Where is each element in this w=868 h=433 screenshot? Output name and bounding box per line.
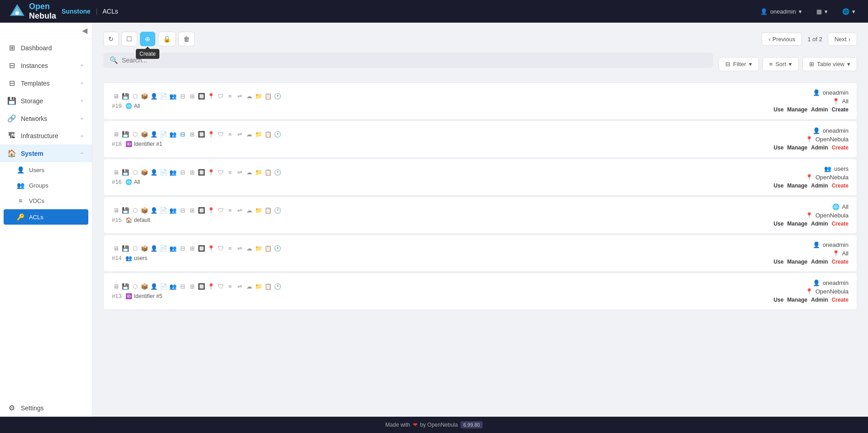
sidebar-label-dashboard: Dashboard bbox=[21, 44, 85, 52]
doc-icon: 📄 bbox=[159, 131, 168, 138]
list-icon: ≡ bbox=[226, 93, 234, 100]
view-controls: ⊟ Filter ▾ ≡ Sort ▾ ⊞ Table view ▾ bbox=[719, 57, 857, 71]
grid-icon2: ⊞ bbox=[188, 93, 196, 100]
filter-label: Filter bbox=[733, 61, 746, 67]
acl-user: 👤 oneadmin bbox=[813, 279, 849, 286]
topbar-right: 👤 oneadmin ▾ ▦ ▾ 🌐 ▾ bbox=[757, 5, 859, 18]
grid-icon2: ⊞ bbox=[188, 245, 196, 252]
cluster2-icon: ⬡ bbox=[131, 131, 139, 138]
search-input[interactable] bbox=[122, 57, 707, 64]
cloud-icon: ☁ bbox=[245, 283, 253, 290]
table-row[interactable]: 🖥 💾 ⬡ 📦 👤 📄 👥 ⊟ ⊞ 🔲 📍 🛡 ≡ ⇌ bbox=[103, 235, 857, 272]
table-icon2: ⊟ bbox=[178, 245, 187, 252]
sidebar-item-settings[interactable]: ⚙ Settings bbox=[0, 399, 92, 417]
grid-icon2: ⊞ bbox=[188, 283, 196, 290]
select-all-button[interactable]: ☐ bbox=[121, 32, 137, 46]
badge-label: All bbox=[134, 103, 140, 109]
pin-icon: 📍 bbox=[207, 93, 215, 100]
cluster2-icon: ⬡ bbox=[131, 169, 139, 176]
list-icon: ≡ bbox=[226, 131, 234, 138]
sidebar-item-acls[interactable]: 🔑 ACLs bbox=[4, 209, 88, 225]
sidebar: ◀ ⊞ Dashboard ⊟ Instances ＋ ⊟ Templates … bbox=[0, 23, 92, 417]
acl-permissions: Use Manage Admin Create bbox=[774, 221, 849, 227]
refresh-icon: ↻ bbox=[108, 35, 114, 43]
clock-icon: 🕐 bbox=[273, 283, 282, 290]
doc-icon: 📄 bbox=[159, 93, 168, 100]
logo-text: OpenNebula bbox=[29, 2, 56, 21]
sidebar-collapse-button[interactable]: ◀ bbox=[82, 26, 87, 35]
user-menu-button[interactable]: 👤 oneadmin ▾ bbox=[757, 5, 806, 18]
next-button[interactable]: Next › bbox=[828, 33, 857, 46]
grid-view-button[interactable]: ▦ ▾ bbox=[813, 5, 831, 18]
vm-icon: 🖥 bbox=[112, 207, 120, 214]
sidebar-item-networks[interactable]: 🔗 Networks ＋ bbox=[0, 110, 92, 127]
list-icon: ≡ bbox=[226, 169, 234, 176]
user-label: oneadmin bbox=[770, 8, 796, 15]
app2-icon: 📦 bbox=[140, 283, 149, 290]
hdd-icon: 💾 bbox=[121, 93, 129, 100]
vm-icon: 🖥 bbox=[112, 131, 120, 138]
settings-icon: ⚙ bbox=[7, 404, 16, 412]
system-icon: 🏠 bbox=[7, 149, 16, 158]
sidebar-item-storage[interactable]: 💾 Storage ＋ bbox=[0, 92, 92, 110]
acl-badge: 🆔 Identifier #1 bbox=[125, 141, 163, 147]
acl-id: #18 bbox=[112, 140, 122, 147]
refresh-button[interactable]: ↻ bbox=[103, 32, 119, 46]
acl-badge: 🏠 default bbox=[125, 217, 150, 223]
acl-meta: #13 🆔 Identifier #5 bbox=[112, 293, 282, 299]
cluster2-icon: ⬡ bbox=[131, 207, 139, 214]
sidebar-item-dashboard[interactable]: ⊞ Dashboard bbox=[0, 39, 92, 57]
lock-button[interactable]: 🔒 bbox=[158, 32, 176, 46]
create-button[interactable]: ⊕ bbox=[140, 32, 155, 46]
acl-resource: 📍 OpenNebula bbox=[806, 136, 849, 143]
prev-label: Previous bbox=[772, 36, 796, 43]
shield2-icon: 🛡 bbox=[216, 283, 225, 290]
shield2-icon: 🛡 bbox=[216, 169, 225, 176]
networks-icon: 🔗 bbox=[7, 114, 16, 123]
group2-icon: 👥 bbox=[169, 169, 177, 176]
acl-resource: 📍 OpenNebula bbox=[806, 174, 849, 181]
table-row[interactable]: 🖥 💾 ⬡ 📦 👤 📄 👥 ⊟ ⊞ 🔲 📍 🛡 ≡ ⇌ bbox=[103, 159, 857, 196]
sidebar-item-vdcs[interactable]: ≡ VDCs bbox=[0, 193, 92, 208]
group2-icon: 👥 bbox=[169, 207, 177, 214]
perm-admin: Admin bbox=[811, 259, 828, 265]
user3-icon: 👤 bbox=[813, 241, 820, 248]
net-icon: 🔲 bbox=[197, 93, 206, 100]
cloud-icon: ☁ bbox=[245, 93, 253, 100]
perm-use: Use bbox=[774, 297, 784, 303]
sidebar-item-infrastructure[interactable]: 🏗 Infrastructure ＋ bbox=[0, 127, 92, 144]
sidebar-item-users[interactable]: 👤 Users bbox=[0, 162, 92, 178]
acl-id: #16 bbox=[112, 178, 122, 185]
search-icon: 🔍 bbox=[110, 56, 118, 64]
sidebar-item-system[interactable]: 🏠 System － bbox=[0, 144, 92, 162]
sidebar-item-templates[interactable]: ⊟ Templates ＋ bbox=[0, 74, 92, 92]
sidebar-label-settings: Settings bbox=[21, 404, 85, 412]
filter-button[interactable]: ⊟ Filter ▾ bbox=[719, 57, 759, 71]
acl-resource-icons: 🖥 💾 ⬡ 📦 👤 📄 👥 ⊟ ⊞ 🔲 📍 🛡 ≡ ⇌ bbox=[112, 283, 282, 290]
sidebar-item-groups[interactable]: 👥 Groups bbox=[0, 178, 92, 193]
acl-resource: 📍 All bbox=[832, 98, 849, 105]
sidebar-label-templates: Templates bbox=[21, 80, 75, 87]
sidebar-item-instances[interactable]: ⊟ Instances ＋ bbox=[0, 57, 92, 74]
resource-name: OpenNebula bbox=[815, 288, 849, 295]
acl-row-right: 👤 oneadmin 📍 OpenNebula Use Manage Admin… bbox=[758, 127, 849, 151]
table-row[interactable]: 🖥 💾 ⬡ 📦 👤 📄 👥 ⊟ ⊞ 🔲 📍 🛡 ≡ ⇌ bbox=[103, 197, 857, 234]
language-button[interactable]: 🌐 ▾ bbox=[839, 5, 859, 18]
table-row[interactable]: 🖥 💾 ⬡ 📦 👤 📄 👥 ⊟ ⊞ 🔲 📍 🛡 ≡ ⇌ bbox=[103, 273, 857, 310]
delete-button[interactable]: 🗑 bbox=[178, 32, 195, 46]
prev-button[interactable]: ‹ Previous bbox=[762, 33, 802, 46]
view-mode-button[interactable]: ⊞ Table view ▾ bbox=[802, 57, 857, 71]
net-icon: 🔲 bbox=[197, 245, 206, 252]
table-row[interactable]: 🖥 💾 ⬡ 📦 👤 📄 👥 ⊟ ⊞ 🔲 📍 🛡 ≡ ⇌ bbox=[103, 120, 857, 158]
shuffle-icon: ⇌ bbox=[235, 93, 244, 100]
shuffle-icon: ⇌ bbox=[235, 245, 244, 252]
table-row[interactable]: 🖥 💾 ⬡ 📦 👤 📄 👥 ⊟ ⊞ 🔲 📍 🛡 ≡ ⇌ bbox=[103, 82, 857, 120]
templates-icon: ⊟ bbox=[7, 79, 16, 87]
acl-meta: #19 🌐 All bbox=[112, 102, 282, 109]
sort-button[interactable]: ≡ Sort ▾ bbox=[762, 57, 799, 71]
topbar-left: OpenNebula Sunstone | ACLs bbox=[9, 2, 118, 21]
create-tooltip: Create bbox=[136, 49, 159, 59]
create-tooltip-label: Create bbox=[139, 51, 156, 57]
acl-permissions: Use Manage Admin Create bbox=[774, 144, 849, 151]
user3-icon: 👤 bbox=[813, 89, 820, 96]
